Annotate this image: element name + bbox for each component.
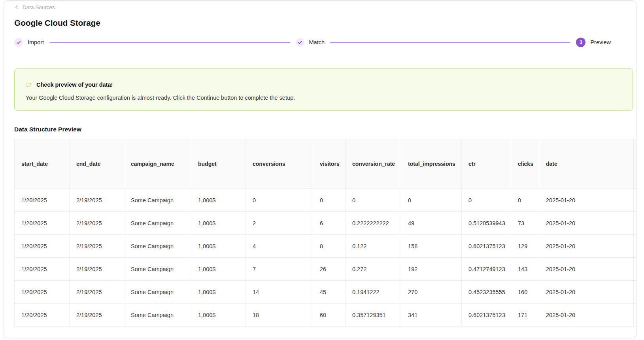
check-icon — [14, 38, 23, 47]
table-row: 1/20/20252/19/2025Some Campaign1,000$260… — [15, 212, 636, 235]
cell-start_date: 1/20/2025 — [15, 281, 70, 304]
cell-end_date: 2/19/2025 — [70, 235, 124, 258]
column-header-date: date — [539, 139, 634, 189]
cell-overflow — [634, 235, 636, 258]
cell-end_date: 2/19/2025 — [70, 281, 124, 304]
cell-ctr: 0.5120539943 — [462, 212, 511, 235]
cell-visitors: 6 — [313, 212, 346, 235]
cell-ctr: 0.4523235555 — [462, 281, 511, 304]
cell-date: 2025-01-20 — [539, 212, 634, 235]
cell-ctr: 0.4712749123 — [462, 258, 511, 281]
chevron-left-icon — [14, 5, 19, 10]
page-title: Google Cloud Storage — [14, 18, 633, 28]
check-icon — [296, 38, 304, 47]
section-heading: Data Structure Preview — [14, 126, 633, 133]
cell-ctr: 0.6021375123 — [462, 235, 511, 258]
cell-start_date: 1/20/2025 — [15, 258, 70, 281]
cell-conversions: 2 — [246, 212, 313, 235]
cell-visitors: 26 — [313, 258, 346, 281]
step-import-label: Import — [28, 39, 44, 46]
column-header-overflow — [634, 139, 636, 189]
cell-overflow — [634, 281, 636, 304]
cell-conversions: 4 — [246, 235, 313, 258]
cell-conversion_rate: 0.122 — [346, 235, 401, 258]
step-match-label: Match — [309, 39, 325, 46]
back-link-label: Data Sources — [23, 4, 55, 10]
table-row: 1/20/20252/19/2025Some Campaign1,000$186… — [15, 304, 636, 327]
cell-date: 2025-01-20 — [539, 235, 634, 258]
table-header-row: start_dateend_datecampaign_namebudgetcon… — [15, 139, 636, 189]
cell-campaign_name: Some Campaign — [124, 212, 191, 235]
cell-start_date: 1/20/2025 — [15, 235, 70, 258]
cell-start_date: 1/20/2025 — [15, 212, 70, 235]
preview-table: start_dateend_datecampaign_namebudgetcon… — [14, 139, 636, 327]
column-header-budget: budget — [191, 139, 246, 189]
cell-conversions: 0 — [246, 189, 313, 212]
cell-date: 2025-01-20 — [539, 258, 634, 281]
cell-conversion_rate: 0 — [346, 189, 401, 212]
cell-overflow — [634, 189, 636, 212]
cell-clicks: 143 — [511, 258, 539, 281]
cell-clicks: 171 — [511, 304, 539, 327]
cell-ctr: 0.6021375123 — [462, 304, 511, 327]
cell-campaign_name: Some Campaign — [124, 281, 191, 304]
cell-total_impressions: 158 — [401, 235, 462, 258]
back-link[interactable]: Data Sources — [14, 4, 55, 10]
step-number-badge: 3 — [576, 38, 585, 47]
info-banner-title-row: ☞ Check preview of your data! — [26, 81, 621, 89]
cell-conversion_rate: 0.2222222222 — [346, 212, 401, 235]
cell-clicks: 160 — [511, 281, 539, 304]
cell-conversions: 18 — [246, 304, 313, 327]
column-header-total_impressions: total_impressions — [401, 139, 462, 189]
cell-end_date: 2/19/2025 — [70, 258, 124, 281]
cell-conversions: 7 — [246, 258, 313, 281]
column-header-conversions: conversions — [246, 139, 313, 189]
stepper-connector — [330, 42, 570, 43]
cell-end_date: 2/19/2025 — [70, 189, 124, 212]
cell-total_impressions: 49 — [401, 212, 462, 235]
cell-budget: 1,000$ — [191, 189, 246, 212]
cell-start_date: 1/20/2025 — [15, 189, 70, 212]
cell-end_date: 2/19/2025 — [70, 212, 124, 235]
table-row: 1/20/20252/19/2025Some Campaign1,000$726… — [15, 258, 636, 281]
stepper-connector — [49, 42, 290, 43]
cell-date: 2025-01-20 — [539, 189, 634, 212]
preview-table-container: start_dateend_datecampaign_namebudgetcon… — [14, 139, 636, 327]
step-preview[interactable]: 3 Preview — [576, 38, 611, 47]
cell-total_impressions: 0 — [401, 189, 462, 212]
step-match[interactable]: Match — [296, 38, 325, 47]
cell-campaign_name: Some Campaign — [124, 304, 191, 327]
pointing-hand-icon: ☞ — [26, 81, 33, 89]
table-row: 1/20/20252/19/2025Some Campaign1,000$144… — [15, 281, 636, 304]
cell-end_date: 2/19/2025 — [70, 304, 124, 327]
cell-clicks: 129 — [511, 235, 539, 258]
cell-visitors: 45 — [313, 281, 346, 304]
cell-total_impressions: 341 — [401, 304, 462, 327]
column-header-visitors: visitors — [313, 139, 346, 189]
column-header-campaign_name: campaign_name — [124, 139, 191, 189]
cell-conversions: 14 — [246, 281, 313, 304]
cell-clicks: 73 — [511, 212, 539, 235]
cell-campaign_name: Some Campaign — [124, 258, 191, 281]
cell-start_date: 1/20/2025 — [15, 304, 70, 327]
step-import[interactable]: Import — [14, 38, 44, 47]
cell-budget: 1,000$ — [191, 281, 246, 304]
table-row: 1/20/20252/19/2025Some Campaign1,000$000… — [15, 189, 636, 212]
cell-campaign_name: Some Campaign — [124, 189, 191, 212]
cell-clicks: 0 — [511, 189, 539, 212]
cell-total_impressions: 192 — [401, 258, 462, 281]
cell-conversion_rate: 0.272 — [346, 258, 401, 281]
window-card: Data Sources Google Cloud Storage Import… — [4, 0, 636, 338]
info-banner-title: Check preview of your data! — [36, 82, 113, 88]
cell-visitors: 8 — [313, 235, 346, 258]
column-header-conversion_rate: conversion_rate — [346, 139, 401, 189]
info-banner: ☞ Check preview of your data! Your Googl… — [14, 68, 633, 111]
column-header-clicks: clicks — [511, 139, 539, 189]
column-header-ctr: ctr — [462, 139, 511, 189]
cell-total_impressions: 270 — [401, 281, 462, 304]
table-row: 1/20/20252/19/2025Some Campaign1,000$480… — [15, 235, 636, 258]
cell-conversion_rate: 0.1941222 — [346, 281, 401, 304]
cell-visitors: 0 — [313, 189, 346, 212]
cell-ctr: 0 — [462, 189, 511, 212]
cell-overflow — [634, 212, 636, 235]
